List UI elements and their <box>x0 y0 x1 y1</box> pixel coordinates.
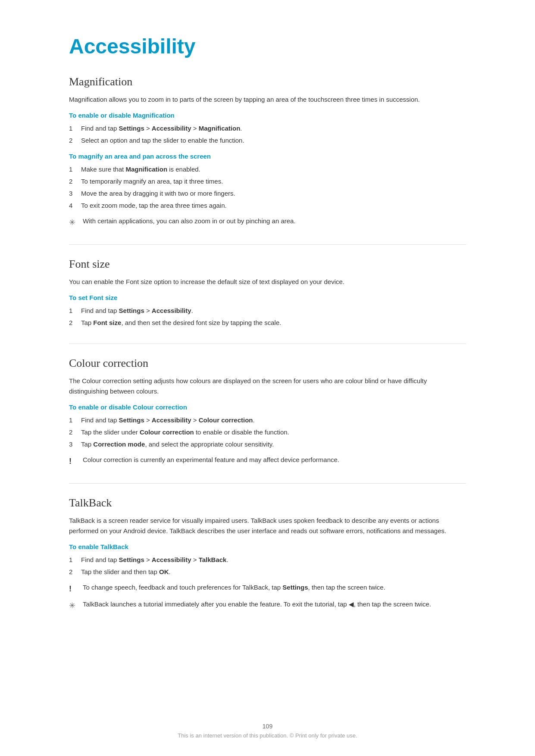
step-text: To exit zoom mode, tap the area three ti… <box>81 200 466 211</box>
step-number: 2 <box>69 176 81 187</box>
divider-3 <box>69 483 466 484</box>
warning-text: Colour correction is currently an experi… <box>83 455 466 465</box>
section-talkback: TalkBack TalkBack is a screen reader ser… <box>69 497 466 612</box>
warning-text: To change speech, feedback and touch pre… <box>83 582 466 593</box>
step-text: To temporarily magnify an area, tap it t… <box>81 176 466 187</box>
step-text: Tap the slider under Colour correction t… <box>81 427 466 437</box>
step-number: 3 <box>69 188 81 199</box>
step-number: 3 <box>69 439 81 450</box>
step-text: Tap Correction mode, and select the appr… <box>81 439 466 450</box>
steps-talkback: 1 Find and tap Settings > Accessibility … <box>69 555 466 577</box>
divider-2 <box>69 344 466 344</box>
page-number: 109 <box>0 723 535 730</box>
steps-colour-correction: 1 Find and tap Settings > Accessibility … <box>69 415 466 450</box>
warning-icon: ! <box>69 583 83 595</box>
subsection-magnify-area: To magnify an area and pan across the sc… <box>69 153 466 229</box>
step-text: Select an option and tap the slider to e… <box>81 135 466 146</box>
magnification-intro: Magnification allows you to zoom in to p… <box>69 94 466 105</box>
steps-magnify: 1 Make sure that Magnification is enable… <box>69 164 466 211</box>
step-number: 1 <box>69 164 81 175</box>
section-colour-correction: Colour correction The Colour correction … <box>69 357 466 468</box>
page-footer: 109 This is an internet version of this … <box>0 723 535 739</box>
tip-icon: ✳ <box>69 216 83 229</box>
colour-correction-intro: The Colour correction setting adjusts ho… <box>69 376 466 397</box>
step-number: 1 <box>69 415 81 425</box>
step-number: 1 <box>69 306 81 316</box>
talkback-intro: TalkBack is a screen reader service for … <box>69 515 466 536</box>
steps-set-font: 1 Find and tap Settings > Accessibility.… <box>69 306 466 328</box>
step-item: 2 Tap the slider under Colour correction… <box>69 427 466 437</box>
subsection-set-font: To set Font size 1 Find and tap Settings… <box>69 294 466 328</box>
divider-1 <box>69 244 466 245</box>
step-item: 2 Tap the slider and then tap OK. <box>69 567 466 577</box>
subsection-title-set-font: To set Font size <box>69 294 466 301</box>
subsection-title-enable-talkback: To enable TalkBack <box>69 543 466 550</box>
step-item: 3 Move the area by dragging it with two … <box>69 188 466 199</box>
section-title-font-size: Font size <box>69 258 466 271</box>
subsection-title-enable-colour: To enable or disable Colour correction <box>69 403 466 411</box>
step-text: Tap the slider and then tap OK. <box>81 567 466 577</box>
step-text: Find and tap Settings > Accessibility > … <box>81 415 466 425</box>
steps-enable-magnification: 1 Find and tap Settings > Accessibility … <box>69 123 466 146</box>
page-content: Accessibility Magnification Magnificatio… <box>0 0 535 756</box>
step-number: 2 <box>69 427 81 437</box>
tip-magnify: ✳ With certain applications, you can als… <box>69 216 466 229</box>
step-number: 1 <box>69 123 81 134</box>
subsection-enable-magnification: To enable or disable Magnification 1 Fin… <box>69 112 466 146</box>
step-item: 1 Find and tap Settings > Accessibility … <box>69 123 466 134</box>
subsection-enable-colour: To enable or disable Colour correction 1… <box>69 403 466 468</box>
step-item: 1 Find and tap Settings > Accessibility … <box>69 555 466 565</box>
subsection-title-magnify: To magnify an area and pan across the sc… <box>69 153 466 160</box>
subsection-title-enable-magnification: To enable or disable Magnification <box>69 112 466 119</box>
step-text: Find and tap Settings > Accessibility > … <box>81 555 466 565</box>
warning-talkback: ! To change speech, feedback and touch p… <box>69 582 466 595</box>
section-title-colour-correction: Colour correction <box>69 357 466 370</box>
section-title-talkback: TalkBack <box>69 497 466 509</box>
step-number: 1 <box>69 555 81 565</box>
step-item: 1 Find and tap Settings > Accessibility … <box>69 415 466 425</box>
warning-icon: ! <box>69 455 83 468</box>
tip-text: TalkBack launches a tutorial immediately… <box>83 599 466 609</box>
step-number: 4 <box>69 200 81 211</box>
step-number: 2 <box>69 135 81 146</box>
step-item: 3 Tap Correction mode, and select the ap… <box>69 439 466 450</box>
warning-colour-correction: ! Colour correction is currently an expe… <box>69 455 466 468</box>
step-text: Tap Font size, and then set the desired … <box>81 318 466 328</box>
section-magnification: Magnification Magnification allows you t… <box>69 75 466 229</box>
page-title: Accessibility <box>69 34 466 58</box>
step-item: 2 Tap Font size, and then set the desire… <box>69 318 466 328</box>
step-item: 1 Make sure that Magnification is enable… <box>69 164 466 175</box>
step-text: Find and tap Settings > Accessibility > … <box>81 123 466 134</box>
step-text: Make sure that Magnification is enabled. <box>81 164 466 175</box>
step-item: 2 To temporarily magnify an area, tap it… <box>69 176 466 187</box>
step-item: 2 Select an option and tap the slider to… <box>69 135 466 146</box>
step-number: 2 <box>69 567 81 577</box>
section-title-magnification: Magnification <box>69 75 466 88</box>
step-item: 1 Find and tap Settings > Accessibility. <box>69 306 466 316</box>
step-number: 2 <box>69 318 81 328</box>
step-item: 4 To exit zoom mode, tap the area three … <box>69 200 466 211</box>
tip-talkback: ✳ TalkBack launches a tutorial immediate… <box>69 599 466 612</box>
footer-note: This is an internet version of this publ… <box>0 732 535 739</box>
step-text: Find and tap Settings > Accessibility. <box>81 306 466 316</box>
tip-text: With certain applications, you can also … <box>83 216 466 226</box>
font-size-intro: You can enable the Font size option to i… <box>69 277 466 287</box>
tip-icon: ✳ <box>69 600 83 612</box>
subsection-enable-talkback: To enable TalkBack 1 Find and tap Settin… <box>69 543 466 612</box>
step-text: Move the area by dragging it with two or… <box>81 188 466 199</box>
section-font-size: Font size You can enable the Font size o… <box>69 258 466 328</box>
